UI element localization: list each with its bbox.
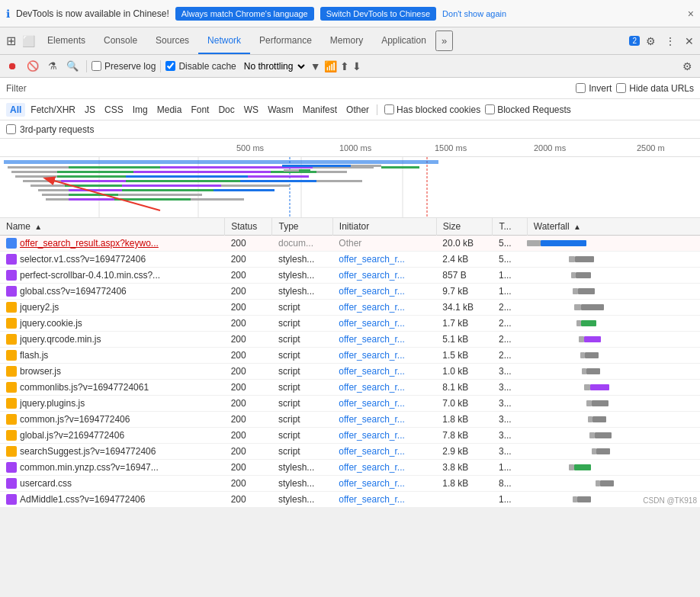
close-devtools-btn[interactable]: ✕: [682, 32, 697, 50]
cell-initiator[interactable]: offer_search_r...: [332, 412, 436, 428]
cell-initiator[interactable]: offer_search_r...: [332, 380, 436, 396]
col-header-waterfall[interactable]: Waterfall ▲: [527, 218, 700, 236]
file-type-icon: [6, 302, 17, 313]
cell-initiator[interactable]: offer_search_r...: [332, 268, 436, 284]
table-row[interactable]: searchSuggest.js?v=1694772406200scriptof…: [0, 444, 700, 460]
type-other-btn[interactable]: Other: [342, 103, 373, 117]
has-blocked-cookies-label[interactable]: Has blocked cookies: [384, 104, 480, 115]
settings-btn[interactable]: ⚙: [643, 32, 659, 50]
blocked-requests-checkbox[interactable]: [485, 104, 495, 114]
cell-waterfall: [527, 460, 700, 476]
type-manifest-btn[interactable]: Manifest: [299, 103, 341, 117]
cell-initiator[interactable]: offer_search_r...: [332, 316, 436, 332]
cell-type: stylesh...: [272, 284, 332, 300]
table-row[interactable]: common.js?v=1694772406200scriptoffer_sea…: [0, 412, 700, 428]
table-row[interactable]: jquery.cookie.js200scriptoffer_search_r.…: [0, 316, 700, 332]
table-row[interactable]: selector.v1.css?v=1694772406200stylesh..…: [0, 252, 700, 268]
table-row[interactable]: usercard.css200stylesh...offer_search_r.…: [0, 476, 700, 492]
cell-initiator[interactable]: offer_search_r...: [332, 492, 436, 508]
cell-name: jquery2.js: [0, 300, 225, 316]
hide-data-urls-label[interactable]: Hide data URLs: [616, 83, 694, 94]
blocked-requests-label[interactable]: Blocked Requests: [485, 104, 571, 115]
table-row[interactable]: global.css?v=1694772406200stylesh...offe…: [0, 284, 700, 300]
tab-application[interactable]: Application: [372, 27, 435, 54]
type-fetch-btn[interactable]: Fetch/XHR: [27, 103, 79, 117]
third-party-checkbox[interactable]: [6, 124, 16, 134]
table-row[interactable]: offer_search_result.aspx?keywo...200docu…: [0, 236, 700, 252]
wf-bar-active: [576, 272, 591, 278]
preserve-log-label[interactable]: Preserve log: [92, 61, 156, 72]
table-row[interactable]: jquery.qrcode.min.js200scriptoffer_searc…: [0, 332, 700, 348]
cell-initiator[interactable]: offer_search_r...: [332, 252, 436, 268]
more-options-btn[interactable]: ⋮: [662, 32, 679, 50]
banner-close-btn[interactable]: ×: [688, 8, 694, 20]
table-row[interactable]: global.js?v=21694772406200scriptoffer_se…: [0, 428, 700, 444]
cell-initiator[interactable]: offer_search_r...: [332, 428, 436, 444]
table-row[interactable]: common.min.ynzp.css?v=16947...200stylesh…: [0, 460, 700, 476]
type-js-btn[interactable]: JS: [81, 103, 99, 117]
throttle-select[interactable]: No throttling: [239, 59, 307, 73]
network-settings-btn[interactable]: ⚙: [679, 57, 695, 75]
invert-checkbox[interactable]: [576, 83, 586, 93]
col-header-status[interactable]: Status: [225, 218, 272, 236]
more-tabs-btn[interactable]: »: [435, 30, 453, 51]
devtools-logo-btn[interactable]: ⊞: [3, 32, 19, 50]
file-type-icon: [6, 446, 17, 457]
cell-size: 34.1 kB: [436, 300, 493, 316]
tab-console[interactable]: Console: [95, 27, 146, 54]
hide-data-urls-checkbox[interactable]: [616, 83, 626, 93]
always-match-btn[interactable]: Always match Chrome's language: [175, 7, 314, 21]
type-media-btn[interactable]: Media: [153, 103, 186, 117]
throttle-dropdown-icon[interactable]: ▼: [310, 60, 321, 72]
cell-initiator[interactable]: offer_search_r...: [332, 332, 436, 348]
col-header-type[interactable]: Type: [272, 218, 332, 236]
col-header-initiator[interactable]: Initiator: [332, 218, 436, 236]
col-header-t[interactable]: T...: [493, 218, 527, 236]
table-row[interactable]: jquery2.js200scriptoffer_search_r...34.1…: [0, 300, 700, 316]
cell-initiator[interactable]: offer_search_r...: [332, 300, 436, 316]
has-blocked-cookies-checkbox[interactable]: [384, 104, 394, 114]
disable-cache-checkbox[interactable]: [165, 61, 175, 71]
table-row[interactable]: commonlibs.js?v=16947724061200scriptoffe…: [0, 380, 700, 396]
preserve-log-checkbox[interactable]: [92, 61, 101, 71]
col-header-size[interactable]: Size: [436, 218, 493, 236]
invert-label[interactable]: Invert: [576, 83, 612, 94]
type-doc-btn[interactable]: Doc: [214, 103, 238, 117]
upload-icon: ⬆: [340, 60, 349, 72]
dont-show-btn[interactable]: Don't show again: [442, 9, 506, 18]
table-row[interactable]: browser.js200scriptoffer_search_r...1.0 …: [0, 364, 700, 380]
cell-initiator[interactable]: offer_search_r...: [332, 348, 436, 364]
tab-memory[interactable]: Memory: [321, 27, 372, 54]
table-row[interactable]: perfect-scrollbar-0.4.10.min.css?...200s…: [0, 268, 700, 284]
search-btn[interactable]: 🔍: [63, 59, 82, 73]
cell-initiator[interactable]: offer_search_r...: [332, 396, 436, 412]
download-icon: ⬇: [352, 60, 361, 72]
type-font-btn[interactable]: Font: [187, 103, 213, 117]
col-header-name[interactable]: Name ▲: [0, 218, 225, 236]
cell-initiator[interactable]: offer_search_r...: [332, 476, 436, 492]
switch-devtools-btn[interactable]: Switch DevTools to Chinese: [320, 7, 436, 21]
cell-initiator[interactable]: Other: [332, 236, 436, 252]
table-row[interactable]: jquery.plugins.js200scriptoffer_search_r…: [0, 396, 700, 412]
disable-cache-label[interactable]: Disable cache: [165, 61, 236, 72]
type-wasm-btn[interactable]: Wasm: [264, 103, 297, 117]
type-ws-btn[interactable]: WS: [240, 103, 262, 117]
cell-initiator[interactable]: offer_search_r...: [332, 460, 436, 476]
tab-performance[interactable]: Performance: [250, 27, 321, 54]
device-mode-btn[interactable]: ⬜: [19, 34, 38, 49]
type-img-btn[interactable]: Img: [129, 103, 152, 117]
tab-elements[interactable]: Elements: [38, 27, 95, 54]
record-stop-btn[interactable]: ⏺: [5, 59, 21, 73]
cell-initiator[interactable]: offer_search_r...: [332, 284, 436, 300]
clear-btn[interactable]: 🚫: [24, 59, 42, 73]
filter-icon-btn[interactable]: ⚗: [45, 59, 60, 73]
type-all-btn[interactable]: All: [6, 103, 25, 117]
type-css-btn[interactable]: CSS: [101, 103, 127, 117]
cell-status: 200: [225, 236, 272, 252]
table-row[interactable]: AdMiddle1.css?v=1694772406200stylesh...o…: [0, 492, 700, 508]
tab-network[interactable]: Network: [198, 27, 250, 54]
table-row[interactable]: flash.js200scriptoffer_search_r...1.5 kB…: [0, 348, 700, 364]
cell-initiator[interactable]: offer_search_r...: [332, 444, 436, 460]
tab-sources[interactable]: Sources: [146, 27, 198, 54]
cell-initiator[interactable]: offer_search_r...: [332, 364, 436, 380]
